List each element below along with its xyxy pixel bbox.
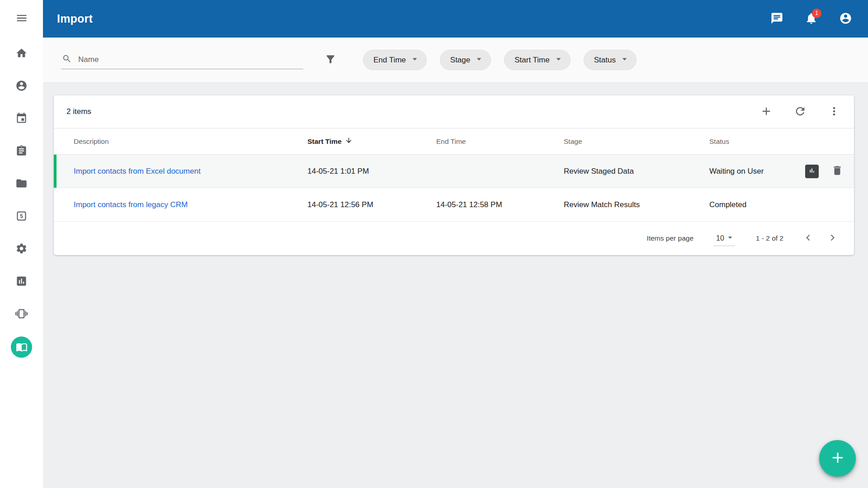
- sidebar-item-phone[interactable]: [0, 298, 43, 331]
- sidebar-item-documents[interactable]: [0, 168, 43, 200]
- chevron-down-icon: [410, 54, 420, 66]
- view-results-button[interactable]: [805, 165, 819, 178]
- vibration-icon: [15, 308, 28, 321]
- refresh-button[interactable]: [789, 101, 811, 123]
- column-header-end-time[interactable]: End Time: [436, 137, 564, 146]
- search-icon: [62, 54, 72, 66]
- gear-icon: [15, 242, 28, 256]
- next-page-button[interactable]: [821, 227, 843, 249]
- delete-button[interactable]: [830, 164, 845, 179]
- sidebar-item-activities[interactable]: [0, 135, 43, 168]
- cell-description: Import contacts from Excel document: [74, 167, 307, 176]
- sidebar-item-reports[interactable]: [0, 265, 43, 298]
- row-actions: [777, 164, 845, 179]
- calendar-icon: [15, 112, 28, 126]
- import-link[interactable]: Import contacts from legacy CRM: [74, 200, 188, 209]
- cell-stage: Review Match Results: [564, 200, 709, 209]
- sidebar: 5: [0, 0, 43, 488]
- filter-chips: End Time Stage Start Time Status: [363, 50, 637, 70]
- cell-status: Waiting on User: [709, 167, 777, 176]
- sidebar-nav: 5: [0, 38, 43, 363]
- account-circle-icon: [839, 12, 852, 26]
- chat-icon: [770, 12, 783, 26]
- app-root: 5 Import: [0, 0, 868, 488]
- chip-label: Stage: [450, 56, 470, 65]
- cell-status: Completed: [709, 200, 777, 209]
- add-import-button[interactable]: [755, 101, 777, 123]
- chip-label: End Time: [373, 56, 406, 65]
- table-row[interactable]: Import contacts from legacy CRM 14-05-21…: [54, 188, 854, 222]
- chevron-right-icon: [826, 232, 839, 245]
- chevron-down-icon: [553, 54, 564, 66]
- person-circle-icon: [15, 80, 28, 93]
- bar-chart-icon: [15, 275, 28, 289]
- app-bar: Import 1: [43, 0, 868, 38]
- five-square-icon: 5: [15, 210, 28, 223]
- folder-icon: [15, 177, 28, 191]
- plus-icon: [760, 105, 773, 119]
- column-header-description[interactable]: Description: [74, 137, 307, 146]
- previous-page-button[interactable]: [797, 227, 819, 249]
- page-size-select[interactable]: 10: [713, 231, 735, 246]
- chevron-down-icon: [725, 232, 735, 244]
- import-link[interactable]: Import contacts from Excel document: [74, 167, 201, 175]
- chevron-left-icon: [802, 232, 814, 245]
- book-icon: [11, 336, 32, 358]
- fab-add-button[interactable]: [819, 440, 856, 477]
- sidebar-item-settings[interactable]: [0, 233, 43, 265]
- main-area: Import 1: [43, 0, 868, 488]
- search-field: [61, 51, 303, 69]
- svg-text:5: 5: [20, 213, 23, 219]
- sort-arrow-down-icon: [345, 137, 353, 146]
- items-per-page-label: Items per page: [647, 234, 693, 242]
- cell-end-time: 14-05-21 12:58 PM: [436, 200, 564, 209]
- plus-icon: [829, 449, 846, 468]
- chip-label: Start Time: [514, 56, 549, 65]
- cell-stage: Review Staged Data: [564, 167, 709, 176]
- filter-chip-start-time[interactable]: Start Time: [504, 50, 570, 70]
- refresh-icon: [794, 105, 807, 119]
- column-header-stage[interactable]: Stage: [564, 137, 709, 146]
- sidebar-item-home[interactable]: [0, 38, 43, 70]
- chevron-down-icon: [619, 54, 630, 66]
- cell-start-time: 14-05-21 1:01 PM: [307, 167, 436, 176]
- notifications-button[interactable]: 1: [800, 8, 822, 30]
- table-row[interactable]: Import contacts from Excel document 14-0…: [54, 155, 854, 188]
- hamburger-menu-button[interactable]: [0, 0, 43, 38]
- account-button[interactable]: [835, 8, 856, 30]
- messages-button[interactable]: [766, 8, 788, 30]
- bar-chart-icon: [807, 166, 817, 177]
- import-list-card: 2 items Description: [54, 95, 854, 255]
- search-input[interactable]: [77, 55, 302, 65]
- sidebar-item-import[interactable]: [0, 331, 43, 363]
- funnel-icon: [325, 53, 336, 66]
- sidebar-item-contacts[interactable]: [0, 70, 43, 103]
- kebab-icon: [828, 105, 840, 119]
- page-title: Import: [57, 12, 93, 25]
- card-toolbar: 2 items: [54, 95, 854, 128]
- home-icon: [15, 47, 28, 61]
- page-range-label: 1 - 2 of 2: [756, 234, 783, 242]
- sidebar-item-calendar[interactable]: [0, 103, 43, 135]
- toolbar-actions: [755, 101, 845, 123]
- filter-bar: End Time Stage Start Time Status: [43, 38, 868, 83]
- more-options-button[interactable]: [823, 101, 845, 123]
- items-count: 2 items: [66, 107, 91, 116]
- app-bar-actions: 1: [766, 8, 856, 30]
- column-header-status[interactable]: Status: [709, 137, 777, 146]
- column-header-start-time[interactable]: Start Time: [307, 137, 436, 146]
- filter-funnel-button[interactable]: [321, 50, 340, 70]
- sidebar-item-five[interactable]: 5: [0, 200, 43, 233]
- chevron-down-icon: [474, 54, 484, 66]
- paginator: Items per page 10 1 - 2 of 2: [54, 222, 854, 255]
- table-header-row: Description Start Time End Time Stage St…: [54, 128, 854, 155]
- filter-chip-status[interactable]: Status: [584, 50, 637, 70]
- content-area: 2 items Description: [43, 83, 868, 488]
- trash-icon: [831, 165, 843, 178]
- notification-badge: 1: [812, 9, 821, 18]
- cell-description: Import contacts from legacy CRM: [74, 200, 307, 209]
- hamburger-icon: [15, 12, 28, 26]
- chip-label: Status: [594, 56, 616, 65]
- filter-chip-end-time[interactable]: End Time: [363, 50, 427, 70]
- filter-chip-stage[interactable]: Stage: [440, 50, 491, 70]
